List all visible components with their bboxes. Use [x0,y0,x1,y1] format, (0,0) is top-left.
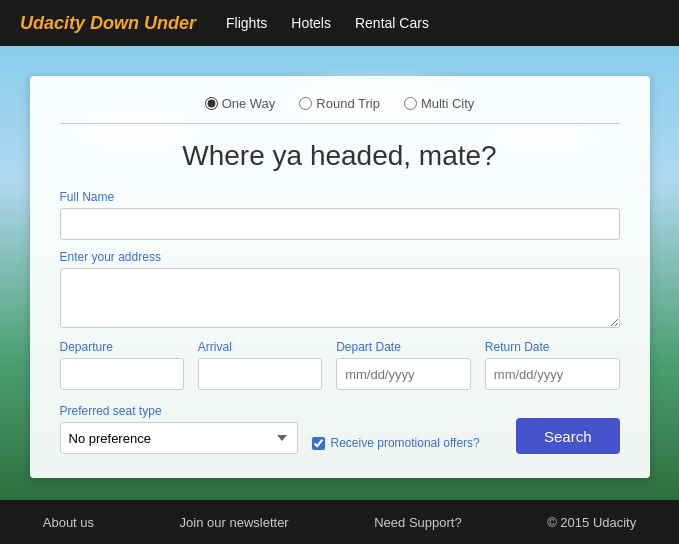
return-date-input[interactable] [485,358,620,390]
footer-newsletter[interactable]: Join our newsletter [180,515,289,530]
seat-type-select[interactable]: No preference Window Aisle Middle [60,422,298,454]
seat-row: Preferred seat type No preference Window… [60,404,620,454]
footer-copyright: © 2015 Udacity [547,515,636,530]
trip-radio-one-way[interactable] [205,97,218,110]
full-name-group: Full Name [60,190,620,240]
full-name-label: Full Name [60,190,620,204]
trip-radio-round-trip[interactable] [299,97,312,110]
trip-label-round-trip: Round Trip [316,96,380,111]
trip-label-one-way: One Way [222,96,276,111]
nav-rental-cars[interactable]: Rental Cars [355,15,429,31]
arrival-group: Arrival [198,340,322,390]
logo: Udacity Down Under [20,13,196,34]
logo-text: Udacity [20,13,85,33]
address-group: Enter your address [60,250,620,328]
hero-section: One Way Round Trip Multi City Where ya h… [0,46,679,500]
site-footer: About us Join our newsletter Need Suppor… [0,500,679,544]
departure-label: Departure [60,340,184,354]
main-nav: Flights Hotels Rental Cars [226,15,429,31]
promo-checkbox[interactable] [312,437,325,450]
footer-support[interactable]: Need Support? [374,515,461,530]
trip-type-one-way[interactable]: One Way [205,96,276,111]
depart-date-group: Depart Date [336,340,471,390]
address-label: Enter your address [60,250,620,264]
trip-type-round-trip[interactable]: Round Trip [299,96,380,111]
departure-group: Departure [60,340,184,390]
nav-flights[interactable]: Flights [226,15,267,31]
arrival-input[interactable] [198,358,322,390]
footer-about[interactable]: About us [43,515,94,530]
seat-type-label: Preferred seat type [60,404,298,418]
trip-type-multi-city[interactable]: Multi City [404,96,474,111]
return-date-label: Return Date [485,340,620,354]
travel-fields-row: Departure Arrival Depart Date Return Dat… [60,340,620,390]
seat-type-group: Preferred seat type No preference Window… [60,404,298,454]
return-date-group: Return Date [485,340,620,390]
full-name-input[interactable] [60,208,620,240]
departure-input[interactable] [60,358,184,390]
form-heading: Where ya headed, mate? [60,140,620,172]
promo-group: Receive promotional offers? [312,436,502,454]
depart-date-label: Depart Date [336,340,471,354]
nav-hotels[interactable]: Hotels [291,15,331,31]
address-input[interactable] [60,268,620,328]
promo-label[interactable]: Receive promotional offers? [331,436,480,450]
arrival-label: Arrival [198,340,322,354]
site-header: Udacity Down Under Flights Hotels Rental… [0,0,679,46]
trip-label-multi-city: Multi City [421,96,474,111]
trip-type-selector: One Way Round Trip Multi City [60,96,620,124]
trip-radio-multi-city[interactable] [404,97,417,110]
depart-date-input[interactable] [336,358,471,390]
search-button[interactable]: Search [516,418,620,454]
logo-brand: Down Under [90,13,196,33]
booking-card: One Way Round Trip Multi City Where ya h… [30,76,650,478]
